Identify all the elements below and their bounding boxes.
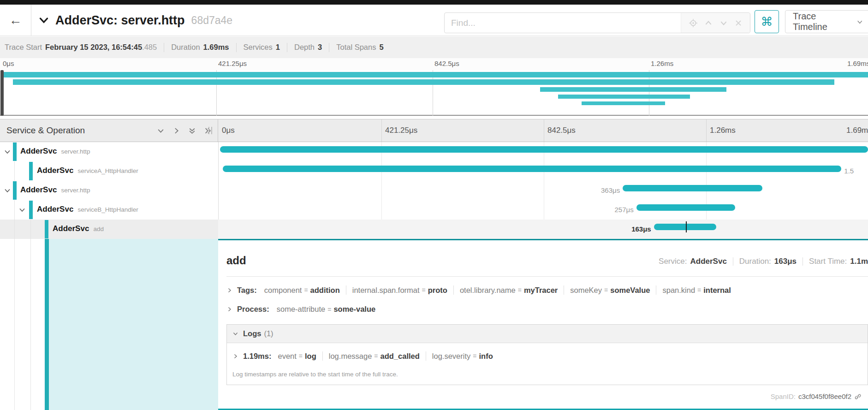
collapse-one-icon[interactable]	[157, 127, 165, 135]
collapse-all-icon[interactable]	[188, 127, 196, 135]
span-graph-cell[interactable]: 257μs	[219, 200, 868, 220]
span-name-cell[interactable]: AdderSvcserver.http	[0, 181, 218, 200]
log-timestamp: 1.19ms:	[243, 352, 271, 361]
process-row[interactable]: Process: some-attribute=some-value	[226, 305, 375, 314]
meta-label: Service:	[659, 257, 687, 266]
top-black-strip	[0, 0, 868, 5]
divider	[329, 43, 329, 52]
span-graph-cell[interactable]: 163μs	[219, 220, 868, 239]
summary-label: Trace Start	[5, 43, 42, 52]
summary-label: Duration	[171, 43, 200, 52]
divider	[426, 351, 426, 361]
span-meta: Service: AdderSvc Duration: 163μs Start …	[659, 257, 868, 266]
summary-value: February 15 2023, 16:54:45	[45, 43, 142, 52]
expand-chevron-icon[interactable]	[226, 287, 232, 293]
equals-sign: =	[422, 286, 426, 294]
back-button[interactable]: ←	[0, 5, 31, 36]
timeline-header: Service & Operation 0μs 421.25μs 842	[0, 119, 868, 142]
collapse-children-chevron-icon[interactable]	[4, 187, 11, 194]
timeline-tick: 0μs	[222, 126, 235, 135]
minimap-tick: 421.25μs	[218, 59, 247, 67]
divider	[164, 43, 164, 52]
clear-search-icon[interactable]	[735, 19, 742, 27]
span-rows: AdderSvcserver.http AdderSvcserviceA_Htt…	[0, 142, 868, 239]
span-name-cell[interactable]: AdderSvcadd	[0, 220, 218, 239]
trace-title: AdderSvc: server.http	[55, 13, 185, 28]
span-bar[interactable]	[223, 166, 841, 172]
span-bar[interactable]	[654, 224, 716, 230]
indent-guide	[30, 239, 31, 410]
tag-value: internal	[703, 286, 731, 295]
span-bar[interactable]	[220, 146, 868, 153]
span-graph-cell[interactable]: 363μs	[219, 181, 868, 200]
equals-sign: =	[604, 286, 608, 294]
service-name: AdderSvc	[20, 185, 57, 194]
tags-row[interactable]: Tags: component=addition internal.span.f…	[226, 285, 731, 295]
log-entry-row[interactable]: 1.19ms: event=log log.message=add_called…	[227, 343, 868, 369]
duration-label: 163μs	[629, 225, 654, 233]
span-graph-cell[interactable]	[219, 142, 868, 161]
tags-title: Tags:	[237, 286, 257, 295]
logs-header[interactable]: Logs (1)	[227, 325, 868, 343]
span-row[interactable]: AdderSvcserviceB_HttpHandler 257μs	[0, 200, 868, 220]
expand-one-icon[interactable]	[172, 127, 180, 135]
span-detail-section: add Service: AdderSvc Duration: 163μs St…	[0, 239, 868, 410]
operation-name: server.http	[61, 148, 90, 155]
tag-value: someValue	[610, 286, 650, 295]
service-operation-title: Service & Operation	[0, 125, 85, 136]
service-name: AdderSvc	[53, 224, 89, 233]
minimap-canvas[interactable]	[0, 70, 868, 116]
header-divider	[706, 119, 707, 142]
summary-value: 5	[379, 43, 383, 52]
minimap-tick: 1.69ms	[847, 59, 868, 67]
collapse-trace-chevron-icon[interactable]	[39, 15, 49, 25]
expand-chevron-icon[interactable]	[226, 306, 232, 312]
prev-result-icon[interactable]	[704, 19, 713, 27]
tag-value: proto	[428, 286, 447, 295]
meta-value: 163μs	[774, 257, 797, 266]
meta-label: Duration:	[739, 257, 771, 266]
span-row[interactable]: AdderSvcserver.http 363μs	[0, 181, 868, 200]
duration-label: 257μs	[612, 206, 636, 214]
trace-id: 68d7a4e	[191, 14, 233, 27]
minimap-span-bar	[13, 79, 834, 85]
divider	[733, 257, 733, 266]
divider	[656, 285, 656, 295]
trace-title-group: AdderSvc: server.http 68d7a4e	[39, 5, 232, 36]
span-bar[interactable]	[636, 204, 735, 211]
timeline-tick: 421.25μs	[385, 126, 417, 135]
equals-sign: =	[518, 286, 522, 294]
span-name-cell[interactable]: AdderSvcserviceB_HttpHandler	[0, 200, 218, 220]
tag-key: someKey	[570, 286, 602, 295]
span-graph-cell[interactable]: 1.5	[219, 161, 868, 181]
equals-sign: =	[473, 352, 476, 360]
keyboard-shortcuts-button[interactable]: ⌘	[755, 10, 779, 33]
span-row[interactable]: AdderSvcserver.http	[0, 142, 868, 161]
next-result-icon[interactable]	[719, 19, 728, 27]
minimap-scrubber-handle[interactable]	[0, 70, 4, 116]
divider	[322, 351, 323, 361]
duration-label: 1.5	[841, 167, 856, 175]
logs-count: (1)	[264, 329, 273, 338]
span-name-cell[interactable]: AdderSvcserviceA_HttpHandler	[0, 161, 218, 181]
span-bar[interactable]	[623, 185, 762, 191]
selected-span-indent-block[interactable]	[49, 239, 218, 410]
logs-note: Log timestamps are relative to the start…	[232, 371, 398, 378]
collapse-children-chevron-icon[interactable]	[4, 148, 11, 155]
service-name: AdderSvc	[37, 166, 73, 175]
column-resize-grip[interactable]	[208, 127, 212, 134]
log-field-key: log.message	[329, 352, 372, 361]
indent-guide	[14, 161, 15, 181]
collapse-children-chevron-icon[interactable]	[18, 206, 26, 214]
copy-link-icon[interactable]	[854, 393, 862, 400]
tree-controls	[157, 119, 212, 142]
focus-target-icon[interactable]	[689, 19, 697, 27]
span-name-cell[interactable]: AdderSvcserver.http	[0, 142, 218, 161]
find-input[interactable]	[445, 13, 681, 33]
meta-label: Start Time:	[809, 257, 847, 266]
trace-view-dropdown[interactable]: Trace Timeline	[785, 10, 868, 33]
operation-name: serviceB_HttpHandler	[77, 206, 138, 213]
span-row[interactable]: AdderSvcserviceA_HttpHandler 1.5	[0, 161, 868, 181]
equals-sign: =	[374, 352, 378, 360]
span-row[interactable]: AdderSvcadd 163μs	[0, 220, 868, 239]
